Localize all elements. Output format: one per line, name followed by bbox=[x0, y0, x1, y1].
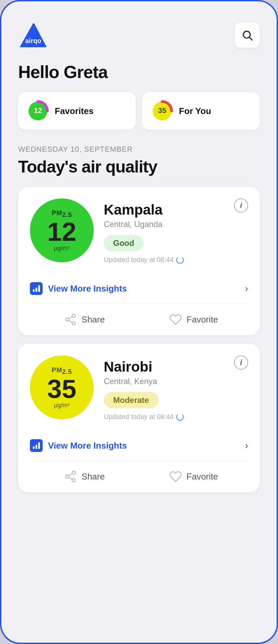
kampala-pm-value: 12 bbox=[47, 219, 77, 245]
header: airqo bbox=[18, 22, 260, 48]
nairobi-share-icon bbox=[64, 470, 77, 483]
nairobi-city: Nairobi bbox=[104, 359, 248, 375]
section-title: Today's air quality bbox=[18, 157, 260, 177]
nairobi-card: PM2.5 35 μg/m³ Nairobi Central, Kenya Mo… bbox=[18, 344, 260, 492]
nairobi-pm-unit: μg/m³ bbox=[54, 402, 70, 409]
svg-text:12: 12 bbox=[34, 106, 42, 115]
nairobi-actions-row: Share Favorite bbox=[30, 461, 248, 492]
kampala-refresh-icon bbox=[176, 256, 184, 264]
kampala-insights-row[interactable]: View More Insights › bbox=[30, 274, 248, 304]
kampala-region: Central, Uganda bbox=[104, 220, 248, 229]
kampala-share-label: Share bbox=[82, 314, 105, 325]
nairobi-updated: Updated today at 08:44 bbox=[104, 413, 248, 421]
kampala-actions-row: Share Favorite bbox=[30, 304, 248, 335]
nairobi-insights-row[interactable]: View More Insights › bbox=[30, 431, 248, 461]
svg-text:airqo: airqo bbox=[25, 37, 41, 44]
search-button[interactable] bbox=[235, 23, 260, 48]
nairobi-favorite-icon bbox=[169, 470, 182, 483]
phone-frame: airqo Hello Greta 12 Favori bbox=[0, 0, 278, 644]
kampala-insights-label: View More Insights bbox=[48, 283, 245, 294]
kampala-card-top: PM2.5 12 μg/m³ Kampala Central, Uganda G… bbox=[30, 198, 248, 274]
for-you-circle: 35 bbox=[151, 100, 174, 122]
nairobi-pm-value: 35 bbox=[47, 376, 77, 402]
kampala-quality-badge: Good bbox=[104, 235, 144, 251]
nairobi-info: Nairobi Central, Kenya Moderate Updated … bbox=[104, 355, 248, 421]
nairobi-pm-circle: PM2.5 35 μg/m³ bbox=[30, 355, 94, 419]
nairobi-insights-icon bbox=[30, 439, 43, 452]
favorites-label: Favorites bbox=[55, 106, 94, 116]
kampala-card: PM2.5 12 μg/m³ Kampala Central, Uganda G… bbox=[18, 187, 260, 335]
kampala-city: Kampala bbox=[104, 202, 248, 218]
favorites-circle: 12 bbox=[27, 100, 49, 122]
insights-bars-icon bbox=[33, 285, 40, 292]
date-label: WEDNESDAY 10, SEPTEMBER bbox=[18, 145, 260, 154]
svg-text:35: 35 bbox=[158, 106, 166, 115]
nairobi-chevron-right: › bbox=[245, 440, 248, 451]
nairobi-share-label: Share bbox=[82, 471, 105, 482]
nairobi-refresh-icon bbox=[176, 413, 184, 421]
nairobi-share-button[interactable]: Share bbox=[30, 470, 139, 483]
kampala-favorite-button[interactable]: Favorite bbox=[139, 313, 248, 326]
share-icon bbox=[64, 313, 77, 326]
kampala-updated: Updated today at 08:44 bbox=[104, 256, 248, 264]
kampala-insights-icon bbox=[30, 282, 43, 295]
nairobi-insights-label: View More Insights bbox=[48, 441, 245, 451]
nairobi-card-top: PM2.5 35 μg/m³ Nairobi Central, Kenya Mo… bbox=[30, 355, 248, 431]
search-icon bbox=[241, 29, 253, 41]
svg-line-12 bbox=[68, 316, 72, 318]
stats-row: 12 Favorites 35 For You bbox=[18, 92, 260, 130]
kampala-share-button[interactable]: Share bbox=[30, 313, 139, 326]
kampala-pm-unit: μg/m³ bbox=[54, 245, 70, 252]
svg-line-11 bbox=[68, 320, 72, 322]
favorites-card[interactable]: 12 Favorites bbox=[18, 92, 136, 130]
nairobi-quality-badge: Moderate bbox=[104, 392, 158, 408]
for-you-card[interactable]: 35 For You bbox=[142, 92, 260, 130]
svg-line-16 bbox=[68, 477, 72, 479]
kampala-info-button[interactable]: i bbox=[234, 198, 248, 213]
kampala-chevron-right: › bbox=[245, 283, 248, 294]
kampala-pm-circle: PM2.5 12 μg/m³ bbox=[30, 198, 94, 262]
logo-container: airqo bbox=[18, 22, 48, 48]
greeting-text: Hello Greta bbox=[18, 62, 260, 82]
nairobi-favorite-label: Favorite bbox=[187, 471, 218, 482]
for-you-label: For You bbox=[179, 106, 211, 116]
svg-line-17 bbox=[68, 473, 72, 476]
nairobi-favorite-button[interactable]: Favorite bbox=[139, 470, 248, 483]
nairobi-info-button[interactable]: i bbox=[234, 355, 248, 370]
svg-line-3 bbox=[249, 37, 252, 40]
airqo-logo: airqo bbox=[18, 22, 48, 48]
kampala-favorite-label: Favorite bbox=[187, 314, 218, 325]
favorite-icon bbox=[169, 313, 182, 326]
nairobi-region: Central, Kenya bbox=[104, 377, 248, 386]
insights-bars-icon-2 bbox=[33, 442, 40, 449]
kampala-info: Kampala Central, Uganda Good Updated tod… bbox=[104, 198, 248, 264]
